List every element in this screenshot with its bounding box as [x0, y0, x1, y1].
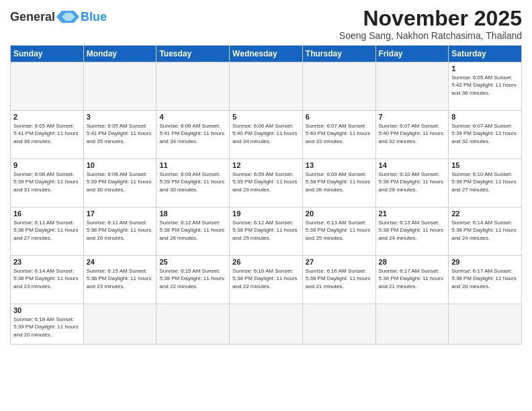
day-info: Sunrise: 6:09 AM Sunset: 5:38 PM Dayligh…	[306, 171, 373, 193]
calendar-cell: 13Sunrise: 6:09 AM Sunset: 5:38 PM Dayli…	[302, 159, 375, 208]
calendar-cell: 28Sunrise: 6:17 AM Sunset: 5:38 PM Dayli…	[375, 256, 449, 304]
day-number: 14	[379, 161, 446, 169]
calendar-cell	[230, 304, 303, 345]
calendar-cell	[157, 62, 230, 111]
day-number: 26	[232, 258, 300, 266]
calendar-cell: 25Sunrise: 6:15 AM Sunset: 5:38 PM Dayli…	[157, 256, 230, 304]
calendar-week-row: 30Sunrise: 6:18 AM Sunset: 5:39 PM Dayli…	[11, 304, 522, 345]
calendar-cell: 3Sunrise: 6:05 AM Sunset: 5:41 PM Daylig…	[83, 111, 157, 159]
day-info: Sunrise: 6:15 AM Sunset: 5:38 PM Dayligh…	[87, 267, 154, 290]
day-info: Sunrise: 6:16 AM Sunset: 5:38 PM Dayligh…	[232, 267, 300, 290]
calendar-cell: 8Sunrise: 6:07 AM Sunset: 5:39 PM Daylig…	[449, 111, 522, 159]
day-info: Sunrise: 6:07 AM Sunset: 5:40 PM Dayligh…	[379, 122, 446, 145]
calendar-cell: 12Sunrise: 6:09 AM Sunset: 5:39 PM Dayli…	[230, 159, 303, 208]
logo-blue: Blue	[81, 11, 107, 23]
calendar-cell: 24Sunrise: 6:15 AM Sunset: 5:38 PM Dayli…	[83, 256, 157, 304]
subtitle: Soeng Sang, Nakhon Ratchasima, Thailand	[339, 30, 522, 41]
calendar-header-saturday: Saturday	[449, 46, 522, 62]
month-title: November 2025	[339, 7, 522, 30]
calendar-cell	[83, 62, 157, 111]
calendar-cell: 2Sunrise: 6:05 AM Sunset: 5:41 PM Daylig…	[11, 111, 84, 159]
day-number: 27	[306, 258, 373, 266]
page: General Blue November 2025 Soeng Sang, N…	[0, 0, 532, 411]
day-info: Sunrise: 6:06 AM Sunset: 5:41 PM Dayligh…	[159, 122, 226, 145]
logo-general: General	[10, 11, 55, 23]
day-number: 7	[379, 113, 446, 121]
calendar-cell: 6Sunrise: 6:07 AM Sunset: 5:40 PM Daylig…	[302, 111, 375, 159]
day-number: 13	[306, 161, 373, 169]
calendar-cell: 15Sunrise: 6:10 AM Sunset: 5:38 PM Dayli…	[449, 159, 522, 208]
day-info: Sunrise: 6:12 AM Sunset: 5:38 PM Dayligh…	[159, 219, 226, 242]
day-info: Sunrise: 6:12 AM Sunset: 5:38 PM Dayligh…	[232, 219, 300, 242]
day-number: 8	[451, 113, 519, 121]
day-number: 28	[379, 258, 446, 266]
day-number: 23	[13, 258, 81, 266]
day-info: Sunrise: 6:05 AM Sunset: 5:41 PM Dayligh…	[87, 122, 154, 145]
calendar-cell	[375, 304, 449, 345]
calendar-cell: 21Sunrise: 6:13 AM Sunset: 5:38 PM Dayli…	[375, 208, 449, 256]
day-number: 19	[232, 210, 300, 218]
day-info: Sunrise: 6:08 AM Sunset: 5:39 PM Dayligh…	[87, 171, 154, 193]
day-info: Sunrise: 6:06 AM Sunset: 5:40 PM Dayligh…	[232, 122, 300, 145]
day-number: 21	[379, 210, 446, 218]
calendar-cell: 23Sunrise: 6:14 AM Sunset: 5:38 PM Dayli…	[11, 256, 84, 304]
calendar-cell: 16Sunrise: 6:11 AM Sunset: 5:38 PM Dayli…	[11, 208, 84, 256]
calendar-header-thursday: Thursday	[302, 46, 375, 62]
calendar-cell: 27Sunrise: 6:16 AM Sunset: 5:38 PM Dayli…	[302, 256, 375, 304]
day-number: 18	[159, 210, 226, 218]
calendar-cell	[302, 304, 375, 345]
calendar-table: SundayMondayTuesdayWednesdayThursdayFrid…	[10, 45, 522, 345]
day-number: 4	[159, 113, 226, 121]
logo: General Blue	[10, 7, 107, 24]
day-info: Sunrise: 6:13 AM Sunset: 5:38 PM Dayligh…	[379, 219, 446, 242]
calendar-cell: 4Sunrise: 6:06 AM Sunset: 5:41 PM Daylig…	[157, 111, 230, 159]
header: General Blue November 2025 Soeng Sang, N…	[10, 7, 522, 41]
calendar-cell: 20Sunrise: 6:13 AM Sunset: 5:38 PM Dayli…	[302, 208, 375, 256]
calendar-cell: 14Sunrise: 6:10 AM Sunset: 5:38 PM Dayli…	[375, 159, 449, 208]
day-number: 24	[87, 258, 154, 266]
calendar-cell	[375, 62, 449, 111]
calendar-week-row: 9Sunrise: 6:08 AM Sunset: 5:39 PM Daylig…	[11, 159, 522, 208]
calendar-cell	[11, 62, 84, 111]
day-info: Sunrise: 6:07 AM Sunset: 5:40 PM Dayligh…	[306, 122, 373, 145]
calendar-header-friday: Friday	[375, 46, 449, 62]
day-number: 12	[232, 161, 300, 169]
calendar-header-monday: Monday	[83, 46, 157, 62]
day-info: Sunrise: 6:11 AM Sunset: 5:38 PM Dayligh…	[13, 219, 81, 242]
day-info: Sunrise: 6:10 AM Sunset: 5:38 PM Dayligh…	[451, 171, 519, 193]
calendar-week-row: 23Sunrise: 6:14 AM Sunset: 5:38 PM Dayli…	[11, 256, 522, 304]
day-info: Sunrise: 6:17 AM Sunset: 5:38 PM Dayligh…	[379, 267, 446, 290]
calendar-cell: 29Sunrise: 6:17 AM Sunset: 5:38 PM Dayli…	[449, 256, 522, 304]
calendar-cell: 22Sunrise: 6:14 AM Sunset: 5:38 PM Dayli…	[449, 208, 522, 256]
calendar-cell	[302, 62, 375, 111]
day-number: 17	[87, 210, 154, 218]
calendar-week-row: 1Sunrise: 6:05 AM Sunset: 5:42 PM Daylig…	[11, 62, 522, 111]
day-info: Sunrise: 6:05 AM Sunset: 5:41 PM Dayligh…	[13, 122, 81, 145]
calendar-cell: 7Sunrise: 6:07 AM Sunset: 5:40 PM Daylig…	[375, 111, 449, 159]
calendar-cell: 11Sunrise: 6:09 AM Sunset: 5:39 PM Dayli…	[157, 159, 230, 208]
day-number: 5	[232, 113, 300, 121]
day-info: Sunrise: 6:10 AM Sunset: 5:38 PM Dayligh…	[379, 171, 446, 193]
calendar-cell: 17Sunrise: 6:11 AM Sunset: 5:38 PM Dayli…	[83, 208, 157, 256]
day-info: Sunrise: 6:09 AM Sunset: 5:39 PM Dayligh…	[232, 171, 300, 193]
day-info: Sunrise: 6:11 AM Sunset: 5:38 PM Dayligh…	[87, 219, 154, 242]
day-info: Sunrise: 6:18 AM Sunset: 5:39 PM Dayligh…	[13, 316, 81, 338]
calendar-cell: 9Sunrise: 6:08 AM Sunset: 5:39 PM Daylig…	[11, 159, 84, 208]
day-number: 29	[451, 258, 519, 266]
day-info: Sunrise: 6:17 AM Sunset: 5:38 PM Dayligh…	[451, 267, 519, 290]
day-number: 22	[451, 210, 519, 218]
day-number: 20	[306, 210, 373, 218]
day-info: Sunrise: 6:13 AM Sunset: 5:38 PM Dayligh…	[306, 219, 373, 242]
day-info: Sunrise: 6:08 AM Sunset: 5:39 PM Dayligh…	[13, 171, 81, 193]
calendar-header-row: SundayMondayTuesdayWednesdayThursdayFrid…	[11, 46, 522, 62]
calendar-cell	[157, 304, 230, 345]
calendar-cell: 5Sunrise: 6:06 AM Sunset: 5:40 PM Daylig…	[230, 111, 303, 159]
title-section: November 2025 Soeng Sang, Nakhon Ratchas…	[339, 7, 522, 41]
calendar-cell	[230, 62, 303, 111]
day-number: 10	[87, 161, 154, 169]
day-info: Sunrise: 6:09 AM Sunset: 5:39 PM Dayligh…	[159, 171, 226, 193]
day-number: 25	[159, 258, 226, 266]
day-info: Sunrise: 6:07 AM Sunset: 5:39 PM Dayligh…	[451, 122, 519, 145]
day-number: 6	[306, 113, 373, 121]
day-info: Sunrise: 6:05 AM Sunset: 5:42 PM Dayligh…	[451, 74, 519, 97]
